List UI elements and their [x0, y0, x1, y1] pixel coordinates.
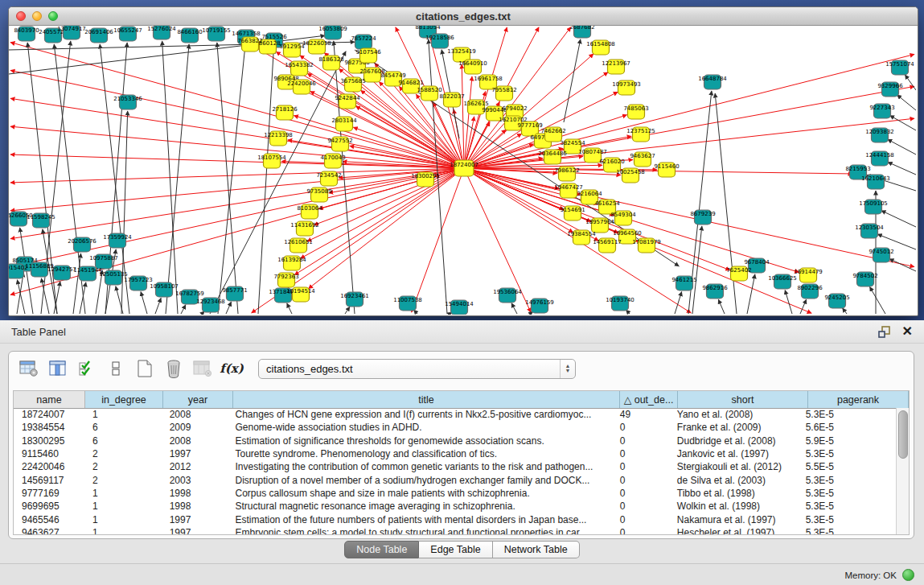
graph-node-label: 15751074 [885, 61, 914, 68]
graph-node-label: 12093832 [865, 129, 894, 135]
graph-node-label: 9107546 [355, 49, 381, 56]
graph-node-label: 12444158 [865, 152, 894, 159]
table-cell: 0 [612, 527, 669, 534]
import-table-disabled-button[interactable] [191, 356, 215, 381]
graph-node-label: 16640910 [458, 60, 487, 67]
show-columns-button[interactable] [46, 356, 70, 381]
table-cell: Investigating the contribution of common… [231, 461, 612, 472]
column-header-3[interactable]: title [233, 391, 620, 408]
table-tabbar: Node TableEdge TableNetwork Table [0, 541, 924, 558]
minimize-window-button[interactable] [32, 11, 42, 21]
graph-node-label: 11598245 [27, 214, 55, 220]
tab-node-table[interactable]: Node Table [344, 541, 419, 558]
table-cell: Jankovic et al. (1997) [669, 448, 798, 459]
table-settings-button[interactable] [17, 356, 41, 381]
column-header-6[interactable]: pagerank [808, 391, 909, 408]
graph-node-label: 9735089 [306, 188, 331, 195]
table-cell: 22420046 [14, 461, 84, 472]
column-header-1[interactable]: in_degree [85, 391, 163, 408]
graph-node-label: 16648784 [698, 76, 727, 82]
table-row[interactable]: 946362711997Embryonic stem cells: a mode… [14, 526, 897, 534]
table-cell: 0 [612, 475, 669, 486]
table-cell: 0 [612, 422, 669, 433]
table-row[interactable]: 969969511998Structural magnetic resonanc… [14, 500, 897, 513]
table-row[interactable]: 1456911722003Disruption of a novel membe… [14, 473, 897, 486]
graph-node-label: 7462662 [540, 128, 565, 134]
graph-node-label: 14671358 [232, 31, 261, 37]
table-selector-dropdown[interactable]: citations_edges.txt ▲▼ [258, 359, 576, 379]
table-row[interactable]: 1938455462009Genome-wide association stu… [14, 421, 897, 434]
table-row[interactable]: 2242004622012Investigating the contribut… [14, 460, 897, 473]
table-cell: 5.3E-5 [798, 409, 897, 420]
table-cell: 6 [84, 435, 162, 447]
graph-node-label: 8403970 [14, 27, 39, 34]
graph-node-label: 19536064 [493, 289, 522, 295]
graph-node-label: 8679239 [690, 211, 715, 217]
network-view-window: citations_edges.txt 84039702405572413074… [8, 6, 918, 316]
table-cell: 6 [84, 422, 162, 433]
table-panel-title: Table Panel [11, 326, 878, 338]
zoom-window-button[interactable] [48, 11, 58, 21]
tab-edge-table[interactable]: Edge Table [419, 541, 492, 558]
function-builder-button[interactable]: f(x) [220, 356, 244, 381]
graph-node-label: 10025458 [616, 169, 645, 175]
scrollbar-thumb[interactable] [898, 410, 908, 459]
table-cell: 9699695 [14, 501, 84, 512]
table-row[interactable]: 946554611997Estimation of the future num… [14, 513, 897, 525]
table-cell: 14569117 [14, 475, 84, 486]
close-panel-icon[interactable]: ✕ [902, 325, 913, 338]
table-cell: 19384554 [14, 422, 84, 433]
window-controls [16, 11, 58, 21]
table-cell: 2008 [162, 409, 231, 420]
graph-node-label: 10975887 [89, 255, 118, 262]
table-selector-value: citations_edges.txt [259, 363, 560, 375]
close-window-button[interactable] [16, 11, 26, 21]
tab-network-table[interactable]: Network Table [493, 541, 580, 558]
row-height-button[interactable] [104, 356, 128, 381]
table-cell: Disruption of a novel member of a sodium… [231, 475, 612, 486]
vertical-scrollbar[interactable] [896, 408, 909, 534]
window-titlebar[interactable]: citations_edges.txt [9, 7, 918, 26]
fx-icon: f(x) [220, 361, 244, 376]
table-row[interactable]: 1830029562008Estimation of significance … [14, 435, 897, 447]
graph-node-label: 15494014 [445, 301, 474, 307]
table-cell: 2008 [162, 435, 231, 447]
table-row[interactable]: 911546021997Tourette syndrome. Phenomeno… [14, 447, 897, 460]
graph-node-label: 7663822 [237, 38, 262, 44]
graph-node-label: 2718126 [272, 106, 298, 113]
graph-node-label: 12610651 [284, 239, 313, 245]
network-graph[interactable]: 8403970240557241307491720691406106552471… [9, 26, 916, 315]
table-cell: Estimation of significance thresholds fo… [231, 435, 612, 447]
graph-node-label: 10467427 [554, 184, 583, 191]
graph-node-label: 10958107 [150, 283, 179, 290]
create-table-button[interactable] [133, 356, 157, 381]
graph-node-label: 18107554 [257, 154, 286, 161]
graph-node-label: 9242844 [335, 95, 360, 101]
select-functions-button[interactable] [75, 356, 99, 381]
network-canvas[interactable]: 8403970240557241307491720691406106552471… [9, 26, 916, 315]
graph-node-label: 14569117 [593, 239, 622, 245]
window-title: citations_edges.txt [9, 10, 918, 23]
float-panel-icon[interactable] [878, 326, 891, 338]
graph-node-label: 2687682 [569, 26, 594, 31]
table-cell: 9777169 [14, 488, 84, 499]
graph-node-label: 9461215 [671, 277, 696, 283]
graph-node-label: 16782759 [175, 290, 204, 297]
graph-node-label: 8813054 [415, 26, 441, 31]
graph-node-label: 17359924 [103, 234, 132, 241]
graph-node-label: 3675685 [340, 78, 365, 84]
table-body: 1872400712008Changes of HCN gene express… [14, 408, 897, 534]
graph-node-label: 8103064 [297, 205, 322, 212]
delete-table-button[interactable] [162, 356, 186, 381]
graph-node-label: 11431692 [290, 222, 319, 229]
table-row[interactable]: 1872400712008Changes of HCN gene express… [14, 408, 897, 421]
table-panel: Table Panel ✕ [0, 320, 924, 563]
column-header-2[interactable]: year [163, 391, 233, 408]
graph-node-label: 9463627 [630, 153, 655, 159]
table-row[interactable]: 977716911998Corpus callosum shape and si… [14, 487, 897, 500]
graph-node-label: 10366625 [768, 275, 797, 282]
column-header-0[interactable]: name [14, 391, 85, 408]
column-header-4[interactable]: △ out_de... [620, 391, 678, 408]
graph-node-label: 12303504 [855, 225, 884, 231]
column-header-5[interactable]: short [678, 391, 808, 408]
